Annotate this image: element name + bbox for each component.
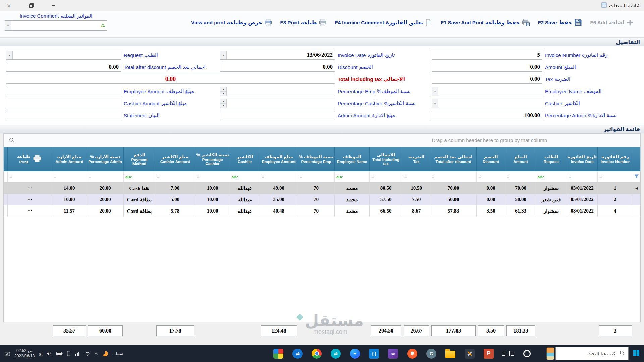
file-explorer-icon[interactable] bbox=[442, 345, 459, 362]
filter-funnel-icon[interactable] bbox=[634, 174, 639, 180]
pen-input-icon[interactable] bbox=[5, 351, 10, 356]
opera-icon[interactable] bbox=[519, 345, 535, 362]
total-including-tax-input[interactable]: 0.00 bbox=[6, 75, 335, 84]
close-icon[interactable]: × bbox=[5, 2, 13, 9]
abc-filter-icon[interactable]: aBc bbox=[336, 175, 343, 179]
column-header-cashier-amount[interactable]: مبلغ الكاشيرCashier Amount bbox=[155, 147, 195, 171]
chrome-icon[interactable] bbox=[309, 345, 325, 362]
cashier-input[interactable]: ▼ bbox=[432, 99, 542, 108]
column-header-percentage-admin[interactable]: نسبة الادارة %Percentage Admin bbox=[87, 147, 123, 171]
battery-icon[interactable] bbox=[56, 352, 63, 355]
add-button[interactable]: F6 Addاضافة bbox=[588, 17, 636, 28]
filter-cashier[interactable]: aBc bbox=[230, 171, 260, 182]
phone-icon[interactable] bbox=[67, 351, 70, 356]
column-header-percentage-emp[interactable]: نسبة الموظف %Percentage Emp bbox=[298, 147, 334, 171]
abc-filter-icon[interactable]: aBc bbox=[232, 175, 238, 179]
statement-input[interactable] bbox=[6, 111, 121, 120]
total-after-discount-input[interactable]: 0.00 bbox=[6, 63, 121, 72]
brave-icon[interactable] bbox=[404, 345, 420, 362]
invoice-row[interactable]: 408/01/2022سشوار61.333.5057.838.6766.50م… bbox=[4, 205, 640, 217]
equals-filter-icon[interactable]: = bbox=[157, 174, 160, 179]
devtools-icon[interactable] bbox=[462, 345, 478, 362]
column-header-invoice-date[interactable]: تاريخ الفاتورةInvoice Date bbox=[567, 147, 597, 171]
percentage-admin-input[interactable]: 100.00 bbox=[432, 111, 542, 120]
invoice-number-input[interactable]: 5 bbox=[432, 51, 542, 60]
pending-invoices-combo[interactable]: ▼ bbox=[5, 20, 107, 31]
minimize-icon[interactable] bbox=[50, 2, 57, 9]
equals-filter-icon[interactable]: = bbox=[432, 174, 435, 179]
discount-input[interactable]: 0.00 bbox=[220, 63, 335, 72]
invoice-comment-button[interactable]: F4 Invoice Commentتعليق الفاتورة bbox=[333, 17, 435, 29]
filter-employee-amount[interactable]: = bbox=[260, 171, 298, 182]
ccleaner-icon[interactable]: C bbox=[423, 345, 439, 362]
filter-request[interactable]: aBc bbox=[536, 171, 567, 182]
filter-percentage-cashier[interactable]: = bbox=[195, 171, 230, 182]
invoice-row[interactable]: 205/01/2022قص شعر50.000.0050.007.5057.50… bbox=[4, 194, 640, 205]
powerpoint-icon[interactable]: P bbox=[481, 345, 497, 362]
request-input[interactable]: ▼ bbox=[6, 51, 121, 60]
sama-app-label[interactable]: سما... bbox=[112, 351, 123, 356]
equals-filter-icon[interactable]: = bbox=[569, 174, 571, 179]
column-header-request[interactable]: الطلبRequest bbox=[536, 147, 567, 171]
filter-tax[interactable]: = bbox=[402, 171, 430, 182]
filter-percentage-emp[interactable]: = bbox=[298, 171, 334, 182]
photo-preview-icon[interactable] bbox=[538, 345, 554, 362]
filter-total-including-tax[interactable]: = bbox=[369, 171, 402, 182]
abc-filter-icon[interactable]: aBc bbox=[538, 175, 544, 179]
paint-icon[interactable] bbox=[270, 345, 286, 362]
restore-icon[interactable] bbox=[28, 2, 35, 9]
column-header-employee-name[interactable]: الموظفEmployee Name bbox=[334, 147, 369, 171]
vscode-icon[interactable]: { } bbox=[366, 345, 382, 362]
percentage-cashier-input[interactable]: ▲▼ bbox=[220, 99, 335, 108]
equals-filter-icon[interactable]: = bbox=[9, 174, 12, 179]
employee-name-input[interactable]: ▼ bbox=[432, 87, 542, 96]
filter-employee-name[interactable]: aBc bbox=[334, 171, 369, 182]
save-button[interactable]: F2 Saveحفظ bbox=[536, 16, 584, 29]
column-header-invoice-number[interactable]: رقم الفاتورةInvoice Number bbox=[597, 147, 633, 171]
equals-filter-icon[interactable]: = bbox=[599, 174, 602, 179]
column-header-total-after-discount[interactable]: اجمالي بعد الخصمTotal after discount bbox=[430, 147, 476, 171]
signal-icon[interactable] bbox=[75, 352, 80, 356]
filter-invoice-date[interactable]: = bbox=[567, 171, 597, 182]
column-header-discount[interactable]: الخصمDiscount bbox=[476, 147, 505, 171]
column-header-tax[interactable]: الضريبةTax bbox=[402, 147, 430, 171]
filter-indicator[interactable] bbox=[633, 171, 640, 182]
filter-total-after-discount[interactable]: = bbox=[430, 171, 476, 182]
percentage-emp-input[interactable]: ▲▼ bbox=[220, 87, 335, 96]
chevron-down-icon[interactable]: ▼ bbox=[220, 51, 227, 59]
chevron-down-icon[interactable]: ▼ bbox=[6, 51, 13, 59]
chevron-up-icon[interactable] bbox=[94, 352, 98, 355]
cell-print[interactable]: ··· bbox=[7, 194, 52, 205]
filter-invoice-number[interactable]: = bbox=[597, 171, 633, 182]
equals-filter-icon[interactable]: = bbox=[507, 174, 510, 179]
start-button[interactable] bbox=[629, 345, 644, 362]
spinner-buttons[interactable]: ▲▼ bbox=[220, 87, 227, 96]
tax-input[interactable]: 0.00 bbox=[432, 75, 542, 84]
equals-filter-icon[interactable]: = bbox=[478, 174, 481, 179]
equals-filter-icon[interactable]: = bbox=[404, 174, 407, 179]
cell-print[interactable]: ··· bbox=[7, 183, 52, 194]
taskbar-search[interactable]: اكتب هنا للبحث bbox=[555, 347, 629, 360]
filter-percentage-admin[interactable]: = bbox=[87, 171, 123, 182]
equals-filter-icon[interactable]: = bbox=[371, 174, 374, 179]
column-header-percentage-cashier[interactable]: نسبة الكاشير %Percentage Cashier bbox=[195, 147, 230, 171]
filter-discount[interactable]: = bbox=[476, 171, 505, 182]
column-header-admin-amount[interactable]: مبلغ الادارةAdmin Amount bbox=[52, 147, 87, 171]
invoice-row[interactable]: ◀103/01/2022سشوار70.000.0070.0010.5080.5… bbox=[4, 183, 640, 194]
save-and-print-button[interactable]: F1 Save And Printحفظ وطباعة bbox=[439, 16, 532, 29]
invoice-date-input[interactable]: 13/06/2022▼ bbox=[220, 51, 335, 60]
equals-filter-icon[interactable]: = bbox=[262, 174, 264, 179]
view-and-print-button[interactable]: View and printعرض وطباعة bbox=[189, 16, 274, 29]
spinner-buttons[interactable]: ▲▼ bbox=[220, 99, 227, 108]
equals-filter-icon[interactable]: = bbox=[197, 174, 200, 179]
language-indicator[interactable]: ع bbox=[39, 351, 42, 356]
filter-amount[interactable]: = bbox=[505, 171, 536, 182]
column-header-total-including-tax[interactable]: الاجماليTotal including tax bbox=[369, 147, 402, 171]
equals-filter-icon[interactable]: = bbox=[54, 174, 56, 179]
sama-app-icon[interactable] bbox=[103, 351, 108, 356]
amount-input[interactable]: 0.00 bbox=[432, 63, 542, 72]
taskbar-clock[interactable]: 02:52 ص 2022/06/13 bbox=[14, 348, 35, 359]
chevron-down-icon[interactable]: ▼ bbox=[432, 87, 438, 96]
sync-icon[interactable]: ⇄ bbox=[328, 345, 344, 362]
equals-filter-icon[interactable]: = bbox=[89, 174, 91, 179]
